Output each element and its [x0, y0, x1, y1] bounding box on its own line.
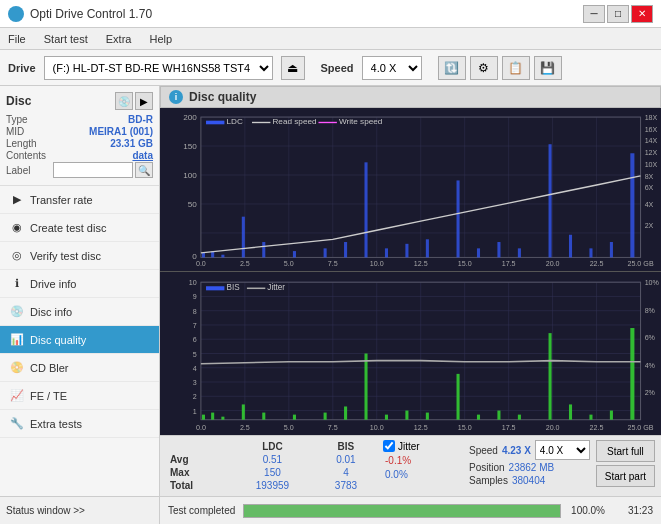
position-label: Position [469, 462, 505, 473]
svg-text:6X: 6X [645, 185, 654, 192]
svg-text:6%: 6% [645, 334, 656, 342]
stats-max-row: Max 150 4 [166, 466, 377, 479]
svg-text:9: 9 [193, 294, 197, 302]
svg-text:Write speed: Write speed [339, 118, 382, 126]
svg-text:5.0: 5.0 [284, 424, 294, 432]
close-button[interactable]: ✕ [631, 5, 653, 23]
svg-text:15.0: 15.0 [458, 424, 472, 432]
svg-rect-98 [364, 354, 367, 420]
svg-text:10.0: 10.0 [370, 424, 384, 432]
stats-header-bis: BIS [315, 440, 377, 453]
disc-icon-btn[interactable]: 💿 [115, 92, 133, 110]
nav-disc-quality[interactable]: 📊 Disc quality [0, 326, 159, 354]
nav-disc-info[interactable]: 💿 Disc info [0, 298, 159, 326]
samples-label: Samples [469, 475, 508, 486]
svg-text:100: 100 [183, 171, 197, 179]
disc-quality-title: Disc quality [189, 90, 256, 104]
menu-help[interactable]: Help [145, 31, 176, 47]
app-title: Opti Drive Control 1.70 [30, 7, 152, 21]
svg-rect-31 [497, 242, 500, 257]
svg-text:8%: 8% [645, 307, 656, 315]
start-buttons-area: Start full Start part [596, 440, 655, 487]
disc-contents-value[interactable]: data [132, 150, 153, 161]
svg-text:1: 1 [193, 408, 197, 416]
jitter-avg-value: -0.1% [385, 455, 411, 466]
disc-scan-btn[interactable]: ▶ [135, 92, 153, 110]
stats-header-ldc: LDC [230, 440, 315, 453]
svg-text:4%: 4% [645, 362, 656, 370]
nav-drive-info[interactable]: ℹ Drive info [0, 270, 159, 298]
jitter-row: Jitter [383, 440, 463, 452]
chart2-container: 10 9 8 7 6 5 4 3 2 1 10% 8% 6% 4% 2% [160, 272, 661, 435]
status-window-button[interactable]: Status window >> [0, 496, 159, 524]
menu-start-test[interactable]: Start test [40, 31, 92, 47]
svg-text:22.5: 22.5 [590, 261, 604, 268]
stats-avg-bis: 0.01 [315, 453, 377, 466]
menu-extra[interactable]: Extra [102, 31, 136, 47]
eject-button[interactable]: ⏏ [281, 56, 305, 80]
svg-text:18X: 18X [645, 114, 658, 121]
svg-text:10%: 10% [645, 279, 660, 287]
nav-items: ▶ Transfer rate ◉ Create test disc ◎ Ver… [0, 186, 159, 496]
svg-text:Jitter: Jitter [267, 283, 285, 292]
create-test-disc-icon: ◉ [10, 221, 24, 235]
start-part-button[interactable]: Start part [596, 465, 655, 487]
disc-type-value: BD-R [128, 114, 153, 125]
svg-rect-108 [589, 415, 592, 420]
svg-text:2X: 2X [645, 223, 654, 230]
svg-text:50: 50 [188, 200, 197, 208]
stats-header-empty [166, 440, 230, 453]
disc-contents-row: Contents data [6, 150, 153, 161]
nav-fe-te-label: FE / TE [30, 390, 67, 402]
jitter-max-row: 0.0% [383, 469, 463, 480]
refresh-icon[interactable]: 🔃 [438, 56, 466, 80]
maximize-button[interactable]: □ [607, 5, 629, 23]
disc-label-row: Label 🔍 [6, 162, 153, 178]
disc-mid-value: MEIRA1 (001) [89, 126, 153, 137]
svg-rect-63 [206, 121, 224, 125]
speed-stat-value: 4.23 X [502, 445, 531, 456]
svg-text:3: 3 [193, 379, 197, 387]
stats-table-area: LDC BIS Avg 0.51 0.01 Max 150 [166, 440, 377, 492]
nav-fe-te[interactable]: 📈 FE / TE [0, 382, 159, 410]
svg-rect-95 [293, 415, 296, 420]
svg-rect-37 [630, 153, 634, 257]
disc-label-input[interactable] [53, 162, 133, 178]
config-icon[interactable]: ⚙ [470, 56, 498, 80]
chart2-svg: 10 9 8 7 6 5 4 3 2 1 10% 8% 6% 4% 2% [160, 272, 661, 435]
jitter-avg-row: -0.1% [383, 455, 463, 466]
position-row: Position 23862 MB [469, 462, 590, 473]
svg-text:BIS: BIS [226, 283, 240, 292]
jitter-checkbox[interactable] [383, 440, 395, 452]
nav-extra-tests[interactable]: 🔧 Extra tests [0, 410, 159, 438]
svg-text:10: 10 [189, 279, 197, 287]
svg-text:16X: 16X [645, 126, 658, 133]
svg-rect-102 [457, 374, 460, 420]
nav-drive-info-label: Drive info [30, 278, 76, 290]
info-icon[interactable]: 📋 [502, 56, 530, 80]
disc-mid-row: MID MEIRA1 (001) [6, 126, 153, 137]
speed-select[interactable]: 4.0 X [362, 56, 422, 80]
svg-text:17.5: 17.5 [502, 424, 516, 432]
stats-total-label: Total [166, 479, 230, 492]
transfer-rate-icon: ▶ [10, 193, 24, 207]
svg-rect-137 [206, 286, 224, 290]
minimize-button[interactable]: ─ [583, 5, 605, 23]
nav-create-test-disc[interactable]: ◉ Create test disc [0, 214, 159, 242]
drive-select[interactable]: (F:) HL-DT-ST BD-RE WH16NS58 TST4 [44, 56, 273, 80]
nav-verify-test-disc[interactable]: ◎ Verify test disc [0, 242, 159, 270]
disc-label-search-btn[interactable]: 🔍 [135, 162, 153, 178]
drive-action-icons: 🔃 ⚙ 📋 💾 [438, 56, 562, 80]
nav-transfer-rate[interactable]: ▶ Transfer rate [0, 186, 159, 214]
nav-verify-test-disc-label: Verify test disc [30, 250, 101, 262]
svg-text:0.0: 0.0 [196, 261, 206, 268]
speed-stat-select[interactable]: 4.0 X [535, 440, 590, 460]
app-logo-icon [8, 6, 24, 22]
svg-rect-29 [457, 180, 460, 257]
svg-text:10X: 10X [645, 161, 658, 168]
disc-label-label: Label [6, 165, 30, 176]
nav-cd-bler[interactable]: 📀 CD Bler [0, 354, 159, 382]
start-full-button[interactable]: Start full [596, 440, 655, 462]
menu-file[interactable]: File [4, 31, 30, 47]
save-icon[interactable]: 💾 [534, 56, 562, 80]
